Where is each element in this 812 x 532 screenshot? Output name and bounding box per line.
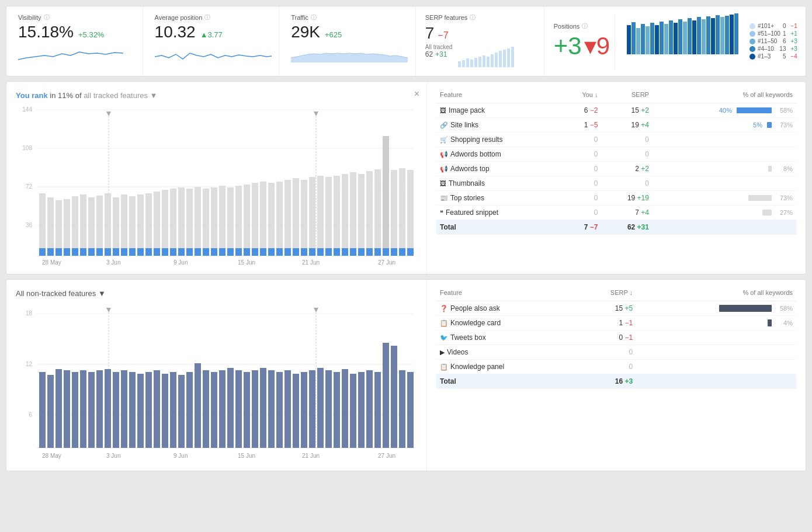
svg-rect-87 (178, 248, 185, 256)
svg-rect-100 (235, 186, 242, 256)
svg-rect-77 (137, 248, 144, 256)
svg-rect-181 (203, 370, 209, 448)
svg-rect-83 (162, 248, 168, 256)
svg-rect-108 (268, 183, 275, 256)
non-tracked-bar-chart: 18 12 6 (16, 305, 417, 461)
svg-rect-37 (730, 15, 734, 54)
positions-label: Positions ⓘ (554, 22, 610, 30)
table-row: ▶Videos 0 (436, 345, 796, 360)
non-tracked-chart-svg: 18 12 6 (16, 305, 413, 460)
tracked-bar-chart: 144 108 72 36 (16, 107, 417, 265)
non-tracked-chart-side: All non-tracked features ▼ 18 12 6 (6, 280, 427, 471)
svg-rect-91 (195, 248, 201, 256)
legend-51-100: #51–100 1 +1 (749, 30, 797, 37)
svg-rect-54 (47, 197, 54, 256)
tracked-total-row: Total 7 −7 62 +31 (436, 220, 796, 235)
svg-rect-127 (342, 248, 348, 256)
visibility-info-icon[interactable]: ⓘ (44, 13, 50, 22)
svg-rect-195 (317, 368, 324, 448)
svg-rect-110 (276, 182, 283, 256)
svg-rect-88 (186, 189, 193, 256)
svg-rect-167 (88, 372, 95, 448)
legend-1-3: #1–3 5 −4 (749, 53, 797, 60)
svg-rect-171 (121, 370, 127, 448)
svg-rect-75 (129, 248, 136, 256)
tracked-bar (767, 122, 772, 128)
svg-rect-24 (669, 20, 673, 54)
table-row: 📋Knowledge panel 0 (436, 360, 796, 374)
traffic-delta: +625 (325, 30, 342, 39)
svg-rect-85 (170, 248, 176, 256)
svg-rect-18 (641, 24, 645, 54)
table-row: 📢Adwords top 0 2 +2 8% (436, 162, 796, 176)
svg-rect-107 (260, 248, 266, 256)
svg-rect-76 (137, 194, 144, 256)
svg-rect-196 (325, 370, 332, 448)
svg-rect-25 (674, 23, 678, 54)
svg-rect-132 (366, 171, 373, 256)
svg-text:28 May: 28 May (42, 453, 61, 459)
svg-rect-79 (145, 248, 152, 256)
svg-rect-5 (474, 58, 477, 67)
svg-rect-183 (219, 370, 225, 448)
svg-rect-8 (487, 57, 490, 67)
svg-rect-172 (129, 372, 136, 448)
svg-rect-130 (358, 174, 365, 256)
table-row: 📋Knowledge card 1 −1 4% (436, 316, 796, 331)
svg-rect-63 (80, 248, 86, 256)
svg-text:12: 12 (26, 361, 33, 367)
featured-snippet-icon: ❝ (440, 209, 443, 216)
svg-rect-175 (154, 370, 160, 448)
svg-rect-4 (470, 60, 473, 67)
adwords-bottom-icon: 📢 (440, 151, 448, 158)
svg-rect-120 (317, 176, 324, 256)
svg-rect-65 (88, 248, 95, 256)
svg-rect-194 (309, 370, 315, 448)
serp-mini-chart (457, 44, 515, 67)
svg-rect-97 (219, 248, 225, 256)
table-row: 🔗Site links 1 −5 19 +4 5% 73% (436, 118, 796, 133)
traffic-info-icon[interactable]: ⓘ (311, 13, 317, 22)
svg-rect-59 (64, 248, 70, 256)
nt-total-row: Total 16 +3 (436, 374, 796, 389)
svg-rect-139 (391, 248, 397, 256)
metrics-bar: Visibility ⓘ 15.18% +5.32% Average posit… (6, 6, 806, 77)
svg-rect-182 (211, 372, 217, 448)
dot-101plus (749, 23, 755, 29)
svg-rect-6 (478, 57, 481, 67)
table-row: 🛒Shopping results 0 0 (436, 133, 796, 147)
table-row: 📰Top stories 0 19 +19 73% (436, 191, 796, 206)
svg-rect-103 (244, 248, 250, 256)
svg-rect-113 (284, 248, 291, 256)
svg-rect-94 (211, 187, 217, 256)
svg-rect-96 (219, 186, 225, 256)
svg-rect-19 (646, 26, 650, 54)
svg-text:72: 72 (26, 183, 33, 190)
svg-rect-32 (706, 16, 710, 54)
serp-features-info-icon[interactable]: ⓘ (470, 13, 476, 22)
svg-rect-52 (39, 193, 46, 256)
svg-rect-140 (399, 168, 405, 256)
svg-rect-14 (511, 47, 514, 67)
svg-rect-142 (407, 170, 414, 256)
svg-rect-190 (276, 372, 283, 448)
nt-col-serp: SERP ↓ (578, 287, 636, 301)
close-button[interactable]: × (414, 89, 419, 99)
svg-rect-109 (268, 248, 275, 256)
nt-col-pct: % of all keywords (636, 287, 796, 301)
visibility-delta: +5.32% (78, 30, 104, 39)
svg-rect-89 (186, 248, 193, 256)
svg-rect-165 (72, 372, 78, 448)
adwords-top-icon: 📢 (440, 165, 448, 172)
svg-rect-135 (374, 248, 381, 256)
table-row: 📢Adwords bottom 0 0 (436, 147, 796, 162)
svg-rect-116 (301, 180, 307, 256)
svg-rect-198 (342, 369, 348, 448)
svg-rect-129 (350, 248, 356, 256)
svg-rect-104 (252, 183, 258, 256)
avg-position-info-icon[interactable]: ⓘ (204, 13, 210, 22)
svg-rect-74 (129, 196, 136, 256)
svg-rect-31 (702, 19, 706, 54)
positions-info-icon[interactable]: ⓘ (582, 22, 588, 30)
svg-text:15 Jun: 15 Jun (238, 259, 255, 266)
